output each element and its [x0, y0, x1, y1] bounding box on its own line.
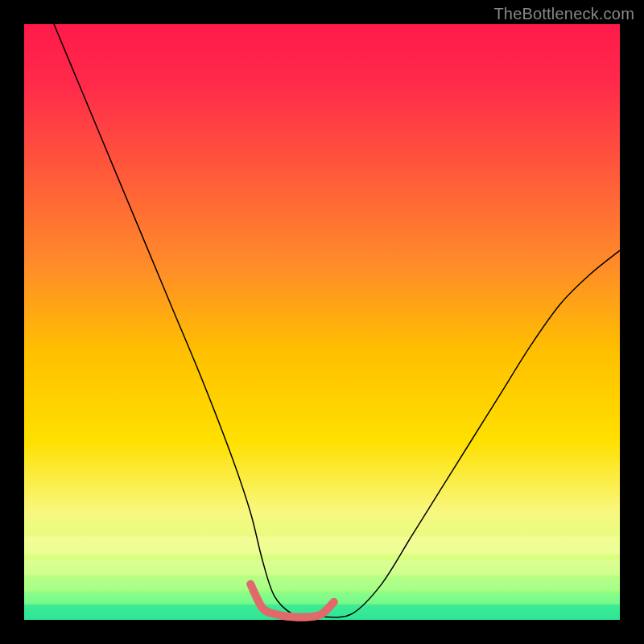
bottleneck-chart	[0, 0, 644, 644]
chart-svg	[0, 0, 644, 644]
svg-rect-4	[24, 593, 620, 604]
gradient-background	[24, 24, 620, 620]
svg-rect-1	[24, 536, 620, 554]
watermark: TheBottleneck.com	[493, 5, 634, 23]
svg-rect-2	[24, 560, 620, 576]
svg-rect-3	[24, 578, 620, 590]
